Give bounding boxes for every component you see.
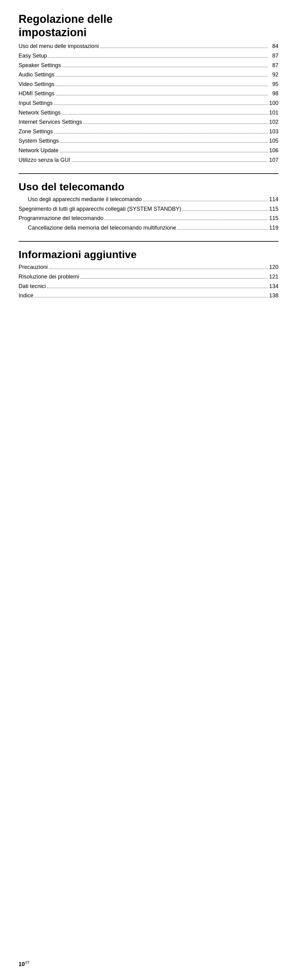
toc-dots [62, 67, 268, 67]
toc-label: Spegnimento di tutti gli apparecchi coll… [19, 204, 181, 214]
toc-item: Uso del menu delle impostazioni 84 [19, 41, 278, 51]
toc-label: Programmazione del telecomando [19, 213, 103, 223]
toc-item: Audio Settings 92 [19, 70, 278, 80]
section1-heading: Uso del telecomando [19, 181, 278, 193]
toc-item: Precauzioni 120 [19, 262, 278, 272]
divider-1 [19, 173, 278, 174]
toc-dots [177, 229, 268, 230]
toc-item: Internet Services Settings 102 [19, 117, 278, 127]
toc-item: Utilizzo senza la GUI 107 [19, 155, 278, 165]
toc-label: Audio Settings [19, 70, 54, 80]
toc-label: Utilizzo senza la GUI [19, 155, 70, 165]
toc-page: 87 [269, 51, 278, 60]
toc-label: Indice [19, 291, 33, 301]
footer-page: 10/IT [19, 960, 29, 967]
toc-dots [54, 133, 268, 134]
toc-page: 134 [269, 282, 278, 291]
toc-label: Video Settings [19, 80, 54, 89]
toc-label: Zone Settings [19, 127, 53, 137]
toc-page: 138 [269, 291, 278, 301]
toc-page: 120 [269, 262, 278, 272]
toc-label: HDMI Settings [19, 89, 54, 99]
toc-page: 101 [269, 108, 278, 118]
footer-suffix: /IT [25, 960, 29, 965]
toc-page: 92 [269, 70, 278, 80]
section2-heading: Informazioni aggiuntive [19, 248, 278, 261]
toc-page: 98 [269, 89, 278, 99]
toc-dots [49, 269, 268, 269]
toc-dots [60, 152, 268, 152]
toc-label: Internet Services Settings [19, 117, 82, 127]
toc-item: Uso degli apparecchi mediante il telecom… [19, 195, 278, 204]
toc-dots [143, 201, 268, 201]
toc-page: 102 [269, 117, 278, 127]
toc-page: 121 [269, 272, 278, 282]
toc-label: Uso degli apparecchi mediante il telecom… [28, 195, 142, 204]
toc-dots [183, 210, 268, 211]
toc-page: 103 [269, 127, 278, 137]
toc-page: 115 [269, 204, 278, 214]
toc-label: Speaker Settings [19, 60, 61, 70]
toc-item: Easy Setup 87 [19, 51, 278, 60]
toc-item: Spegnimento di tutti gli apparecchi coll… [19, 204, 278, 214]
main-title-line1: Regolazione delle [19, 13, 113, 25]
toc-dots [56, 76, 268, 76]
toc-section-main: Uso del menu delle impostazioni 84 Easy … [19, 41, 278, 165]
toc-page: 87 [269, 60, 278, 70]
toc-item: Programmazione del telecomando 115 [19, 213, 278, 223]
toc-dots [100, 48, 268, 48]
toc-label: System Settings [19, 136, 59, 146]
toc-item: System Settings 105 [19, 136, 278, 146]
main-title: Regolazione delle impostazioni [19, 13, 278, 39]
toc-dots [35, 297, 268, 298]
toc-page: 84 [269, 41, 278, 51]
toc-page: 105 [269, 136, 278, 146]
toc-item: HDMI Settings 98 [19, 89, 278, 99]
toc-dots [48, 57, 268, 57]
toc-dots [56, 95, 268, 95]
toc-label: Dati tecnici [19, 282, 46, 291]
toc-item: Risoluzione dei problemi 121 [19, 272, 278, 282]
toc-item: Speaker Settings 87 [19, 60, 278, 70]
footer-page-number: 10 [19, 961, 25, 967]
toc-item: Input Settings 100 [19, 99, 278, 108]
toc-page: 106 [269, 146, 278, 155]
toc-dots [60, 142, 268, 143]
toc-item: Video Settings 95 [19, 80, 278, 89]
toc-page: 119 [269, 223, 278, 233]
toc-item: Dati tecnici 134 [19, 282, 278, 291]
toc-label: Uso del menu delle impostazioni [19, 41, 99, 51]
toc-page: 114 [269, 195, 278, 204]
toc-label: Easy Setup [19, 51, 47, 60]
toc-label: Network Settings [19, 108, 60, 118]
toc-item: Indice 138 [19, 291, 278, 301]
toc-label: Cancellazione della memoria del telecoma… [28, 223, 176, 233]
toc-item: Zone Settings 103 [19, 127, 278, 137]
toc-label: Input Settings [19, 99, 52, 108]
toc-dots [62, 114, 268, 115]
toc-dots [54, 105, 268, 105]
toc-page: 100 [269, 99, 278, 108]
toc-dots [81, 278, 268, 278]
toc-item: Network Update 106 [19, 146, 278, 155]
toc-dots [47, 288, 268, 288]
main-title-line2: impostazioni [19, 26, 87, 39]
toc-label: Precauzioni [19, 262, 48, 272]
toc-label: Network Update [19, 146, 59, 155]
divider-2 [19, 241, 278, 242]
toc-item: Network Settings 101 [19, 108, 278, 118]
toc-page: 107 [269, 155, 278, 165]
toc-item: Cancellazione della memoria del telecoma… [19, 223, 278, 233]
toc-dots [56, 86, 268, 86]
toc-label: Risoluzione dei problemi [19, 272, 79, 282]
toc-page: 115 [269, 213, 278, 223]
toc-page: 95 [269, 80, 278, 89]
